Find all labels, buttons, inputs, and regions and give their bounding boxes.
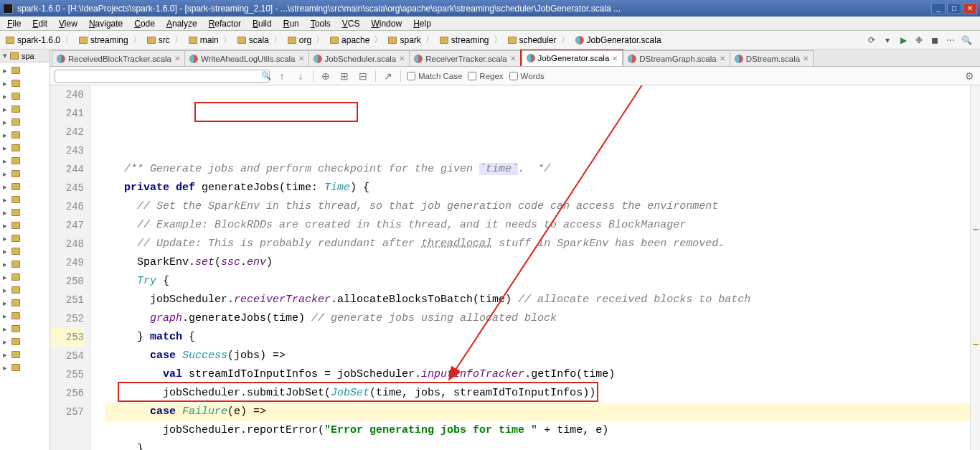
editor-tab[interactable]: ReceiverTracker.scala✕ — [409, 50, 520, 66]
code-line[interactable]: /** Generate jobs and perform checkpoint… — [105, 160, 970, 179]
close-tab-icon[interactable]: ✕ — [399, 55, 405, 62]
close-tab-icon[interactable]: ✕ — [720, 55, 725, 62]
close-tab-icon[interactable]: ✕ — [174, 55, 180, 62]
code-line[interactable]: } match { — [105, 328, 970, 347]
menu-item-build[interactable]: Build — [248, 17, 276, 30]
tree-node[interactable]: ▸ — [1, 64, 48, 77]
menu-item-tools[interactable]: Tools — [306, 17, 335, 30]
code-line[interactable]: case Success(jobs) => — [105, 347, 970, 365]
tree-node[interactable]: ▸ — [1, 335, 48, 348]
prev-match-icon[interactable]: ↑ — [275, 70, 288, 82]
tree-node[interactable]: ▸ — [1, 141, 48, 154]
code-line[interactable]: val streamIdToInputInfos = jobScheduler.… — [105, 365, 970, 384]
remove-selection-icon[interactable]: ⊟ — [357, 70, 369, 82]
words-checkbox[interactable]: Words — [509, 72, 545, 80]
tree-node[interactable]: ▸ — [1, 180, 48, 193]
editor-tab[interactable]: ReceivedBlockTracker.scala✕ — [52, 50, 185, 66]
breadcrumb-item[interactable]: org〉 — [285, 33, 327, 47]
tree-node[interactable]: ▸ — [1, 167, 48, 180]
editor-tab[interactable]: DStreamGraph.scala✕ — [623, 50, 730, 66]
menu-item-edit[interactable]: Edit — [28, 17, 52, 30]
more-icon[interactable]: ⋯ — [946, 35, 956, 45]
breadcrumb-item[interactable]: spark-1.6.0〉 — [3, 33, 76, 47]
code-area[interactable]: 2402412422432442452462472482492502512522… — [50, 85, 980, 450]
stop-icon[interactable]: ◼ — [930, 35, 940, 45]
tree-node[interactable]: ▸ — [1, 128, 48, 141]
find-input[interactable] — [55, 70, 270, 83]
run-icon[interactable]: ▶ — [898, 35, 908, 45]
code-line[interactable]: SparkEnv.set(ssc.env) — [105, 253, 970, 272]
menu-item-view[interactable]: View — [55, 17, 82, 30]
tree-node[interactable]: ▸ — [1, 348, 48, 361]
tree-node[interactable]: ▸ — [1, 206, 48, 219]
window-close-button[interactable]: ✕ — [963, 3, 977, 14]
breadcrumb-item[interactable]: scala〉 — [235, 33, 285, 47]
editor-tab[interactable]: JobGenerator.scala✕ — [522, 50, 623, 66]
code-line[interactable]: case Failure(e) => — [105, 403, 970, 421]
menu-item-analyze[interactable]: Analyze — [162, 17, 202, 30]
tree-node[interactable]: ▸ — [1, 154, 48, 167]
project-tab[interactable]: ▾ spa — [0, 50, 50, 62]
marker-strip[interactable] — [970, 85, 980, 450]
editor-tab[interactable]: DStream.scala✕ — [730, 50, 814, 66]
breadcrumb-item[interactable]: streaming〉 — [437, 33, 505, 47]
findbar-settings-icon[interactable]: ⚙ — [963, 70, 976, 82]
menu-item-code[interactable]: Code — [130, 17, 159, 30]
window-maximize-button[interactable]: □ — [947, 3, 961, 14]
export-icon[interactable]: ↗ — [382, 70, 395, 82]
debug-icon[interactable]: ❉ — [914, 35, 924, 45]
menu-item-refactor[interactable]: Refactor — [204, 17, 245, 30]
warning-marker[interactable] — [973, 344, 979, 345]
tree-node[interactable]: ▸ — [1, 258, 48, 271]
tree-node[interactable]: ▸ — [1, 193, 48, 206]
tree-node[interactable]: ▸ — [1, 77, 48, 90]
sync-icon[interactable]: ⟳ — [867, 35, 877, 45]
tree-node[interactable]: ▸ — [1, 245, 48, 258]
code-line[interactable]: jobScheduler.submitJobSet(JobSet(time, j… — [105, 384, 970, 403]
tree-node[interactable]: ▸ — [1, 309, 48, 322]
close-tab-icon[interactable]: ✕ — [803, 55, 809, 62]
code-line[interactable]: Try { — [105, 272, 970, 291]
menu-item-navigate[interactable]: Navigate — [85, 17, 127, 30]
menu-item-file[interactable]: File — [3, 17, 25, 30]
code-line[interactable]: private def generateJobs(time: Time) { — [105, 179, 970, 197]
tree-node[interactable]: ▸ — [1, 296, 48, 309]
breadcrumb-item[interactable]: streaming〉 — [76, 33, 144, 47]
add-selection-icon[interactable]: ⊕ — [319, 70, 332, 82]
code-line[interactable]: } — [105, 440, 970, 450]
menu-item-help[interactable]: Help — [409, 17, 435, 30]
tree-node[interactable]: ▸ — [1, 232, 48, 245]
tree-node[interactable]: ▸ — [1, 103, 48, 116]
breadcrumb-item[interactable]: scheduler〉 — [505, 33, 573, 47]
code-line[interactable]: graph.generateJobs(time) // generate job… — [105, 309, 970, 328]
window-minimize-button[interactable]: _ — [931, 3, 946, 14]
search-icon[interactable]: 🔍 — [961, 35, 971, 45]
code-line[interactable]: // Update: This is probably redundant af… — [105, 235, 970, 253]
tree-node[interactable]: ▸ — [1, 283, 48, 296]
warning-marker[interactable] — [973, 229, 979, 230]
close-tab-icon[interactable]: ✕ — [612, 55, 618, 62]
code-line[interactable]: jobScheduler.reportError("Error generati… — [105, 421, 970, 440]
match-case-checkbox[interactable]: Match Case — [407, 72, 462, 80]
tree-node[interactable]: ▸ — [1, 361, 48, 374]
tree-node[interactable]: ▸ — [1, 322, 48, 335]
editor-tab[interactable]: JobScheduler.scala✕ — [308, 50, 410, 66]
breadcrumb-item[interactable]: src〉 — [144, 33, 186, 47]
code-content[interactable]: /** Generate jobs and perform checkpoint… — [90, 85, 970, 450]
menu-item-vcs[interactable]: VCS — [338, 17, 364, 30]
breadcrumb-item[interactable]: apache〉 — [327, 33, 385, 47]
select-all-icon[interactable]: ⊞ — [338, 70, 351, 82]
menu-item-run[interactable]: Run — [279, 17, 303, 30]
code-line[interactable]: jobScheduler.receiverTracker.allocateBlo… — [105, 291, 970, 309]
code-line[interactable]: // Example: BlockRDDs are created in thi… — [105, 216, 970, 235]
dropdown-icon[interactable]: ▾ — [882, 35, 892, 45]
breadcrumb-item[interactable]: spark〉 — [385, 33, 436, 47]
close-tab-icon[interactable]: ✕ — [510, 55, 516, 62]
tree-node[interactable]: ▸ — [1, 271, 48, 283]
menu-item-window[interactable]: Window — [367, 17, 406, 30]
regex-checkbox[interactable]: Regex — [468, 72, 503, 80]
close-tab-icon[interactable]: ✕ — [298, 55, 304, 62]
tree-node[interactable]: ▸ — [1, 219, 48, 232]
tree-node[interactable]: ▸ — [1, 116, 48, 128]
tree-node[interactable]: ▸ — [1, 90, 48, 103]
